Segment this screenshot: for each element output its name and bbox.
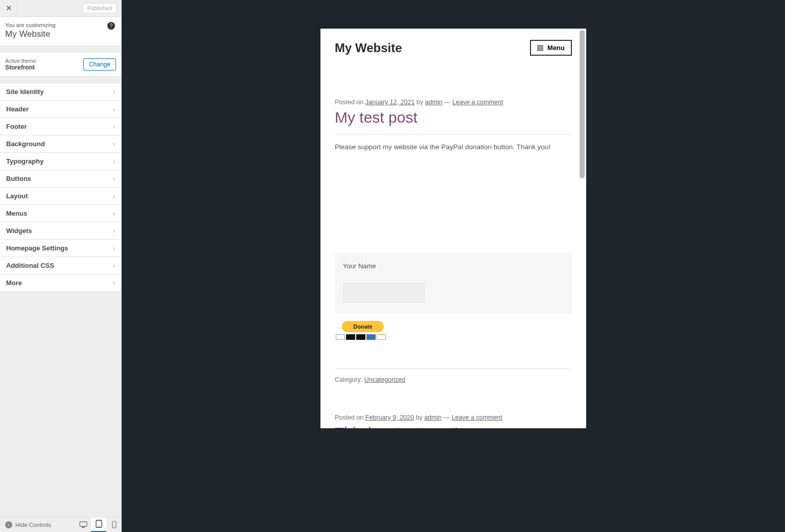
help-icon[interactable]: ? — [107, 22, 115, 30]
category-link[interactable]: Uncategorized — [364, 376, 406, 383]
section-background[interactable]: Background› — [0, 135, 121, 152]
publish-status-button[interactable]: Published — [83, 3, 117, 13]
customizer-footer-bar: ‹ Hide Controls — [0, 517, 122, 532]
maestro-icon — [356, 334, 365, 340]
donate-button[interactable]: Donate — [342, 321, 384, 332]
post-meta: Posted on February 9, 2020 by admin — Le… — [335, 414, 572, 421]
post-meta: Posted on January 12, 2021 by admin — Le… — [335, 99, 572, 106]
section-label: Buttons — [6, 175, 31, 182]
section-label: Widgets — [6, 227, 32, 235]
customizer-sections: Site Identity› Header› Footer› Backgroun… — [0, 83, 121, 292]
meta-sep: — — [442, 414, 451, 421]
post-2: Posted on February 9, 2020 by admin — Le… — [320, 383, 586, 428]
chevron-right-icon: › — [113, 280, 115, 287]
chevron-right-icon: › — [113, 141, 115, 148]
category-label: Category: — [335, 376, 364, 383]
visa-card-icon — [336, 334, 345, 340]
post-date-link[interactable]: January 12, 2021 — [365, 99, 415, 106]
hide-controls-label: Hide Controls — [15, 522, 51, 528]
your-name-input[interactable] — [343, 283, 425, 303]
chevron-right-icon: › — [113, 262, 115, 269]
section-label: Homepage Settings — [6, 244, 68, 252]
section-layout[interactable]: Layout› — [0, 187, 121, 204]
section-widgets[interactable]: Widgets› — [0, 222, 121, 239]
chevron-right-icon: › — [113, 193, 115, 200]
leave-comment-link[interactable]: Leave a comment — [452, 414, 502, 421]
chevron-right-icon: › — [113, 88, 115, 96]
post-title-link[interactable]: My test post — [335, 109, 572, 126]
customizer-topbar: ✕ Published — [0, 0, 121, 17]
mobile-icon — [112, 521, 117, 528]
discover-icon — [377, 334, 386, 340]
leave-comment-link[interactable]: Leave a comment — [452, 99, 503, 106]
intro-small-text: You are customizing — [5, 22, 115, 28]
device-preview-buttons — [76, 517, 122, 533]
posted-on-label: Posted on — [335, 99, 365, 106]
site-title[interactable]: My Website — [335, 41, 402, 55]
post-title-link[interactable]: This is a test post! — [335, 424, 572, 428]
post-author-link[interactable]: admin — [425, 99, 443, 106]
change-theme-button[interactable]: Change — [83, 58, 116, 71]
chevron-right-icon: › — [113, 245, 115, 252]
menu-label: Menu — [547, 44, 565, 52]
hamburger-icon — [537, 45, 543, 51]
donate-label: Donate — [353, 323, 372, 330]
section-label: Background — [6, 140, 45, 148]
chevron-right-icon: › — [113, 158, 115, 165]
preview-frame[interactable]: My Website Menu Posted on January 12, 20… — [320, 29, 586, 428]
your-name-label: Your Name — [343, 262, 564, 270]
device-tablet-button[interactable] — [91, 517, 106, 533]
chevron-right-icon: › — [113, 175, 115, 182]
section-additional-css[interactable]: Additional CSS› — [0, 257, 121, 274]
collapse-left-icon: ‹ — [5, 521, 12, 528]
post-body: Please support my website via the PayPal… — [335, 143, 572, 151]
donate-block: Donate — [335, 321, 572, 340]
section-site-identity[interactable]: Site Identity› — [0, 83, 121, 100]
section-typography[interactable]: Typography› — [0, 152, 121, 170]
svg-rect-0 — [80, 522, 87, 526]
mastercard-icon — [346, 334, 355, 340]
customizer-panel: ✕ Published You are customizing My Websi… — [0, 0, 122, 532]
device-mobile-button[interactable] — [106, 517, 122, 533]
section-header[interactable]: Header› — [0, 100, 121, 118]
preview-scrollbar[interactable] — [580, 30, 585, 178]
tablet-icon — [96, 520, 102, 528]
payment-cards-icons — [336, 334, 572, 340]
menu-toggle-button[interactable]: Menu — [530, 40, 572, 56]
amex-icon — [366, 334, 376, 340]
name-form-card: Your Name — [335, 253, 572, 314]
intro-site-name: My Website — [5, 29, 115, 39]
by-label: by — [414, 414, 424, 421]
site-header: My Website Menu — [320, 29, 586, 56]
device-desktop-button[interactable] — [76, 517, 91, 533]
post-footer-divider — [335, 368, 572, 369]
section-more[interactable]: More› — [0, 274, 121, 292]
active-theme-label: Active theme — [5, 58, 36, 64]
section-homepage-settings[interactable]: Homepage Settings› — [0, 239, 121, 257]
section-footer[interactable]: Footer› — [0, 118, 121, 135]
section-label: Additional CSS — [6, 262, 54, 269]
active-theme-name: Storefront — [5, 64, 36, 71]
chevron-right-icon: › — [113, 123, 115, 130]
section-menus[interactable]: Menus› — [0, 204, 121, 222]
posted-on-label: Posted on — [335, 414, 365, 421]
preview-area: My Website Menu Posted on January 12, 20… — [122, 0, 785, 532]
hide-controls-button[interactable]: ‹ Hide Controls — [0, 521, 76, 528]
section-label: Layout — [6, 192, 28, 200]
close-icon: ✕ — [6, 4, 12, 13]
chevron-right-icon: › — [113, 106, 115, 113]
section-label: Footer — [6, 123, 27, 130]
post-author-link[interactable]: admin — [424, 414, 442, 421]
by-label: by — [414, 99, 425, 106]
meta-sep: — — [443, 99, 452, 106]
svg-point-3 — [98, 526, 99, 527]
post-date-link[interactable]: February 9, 2020 — [365, 414, 414, 421]
section-label: More — [6, 279, 22, 287]
section-label: Site Identity — [6, 88, 44, 96]
post-1: Posted on January 12, 2021 by admin — Le… — [320, 56, 586, 383]
close-customizer-button[interactable]: ✕ — [0, 0, 18, 17]
section-buttons[interactable]: Buttons› — [0, 170, 121, 187]
svg-point-5 — [113, 526, 114, 527]
section-label: Header — [6, 105, 29, 113]
section-label: Typography — [6, 157, 43, 165]
